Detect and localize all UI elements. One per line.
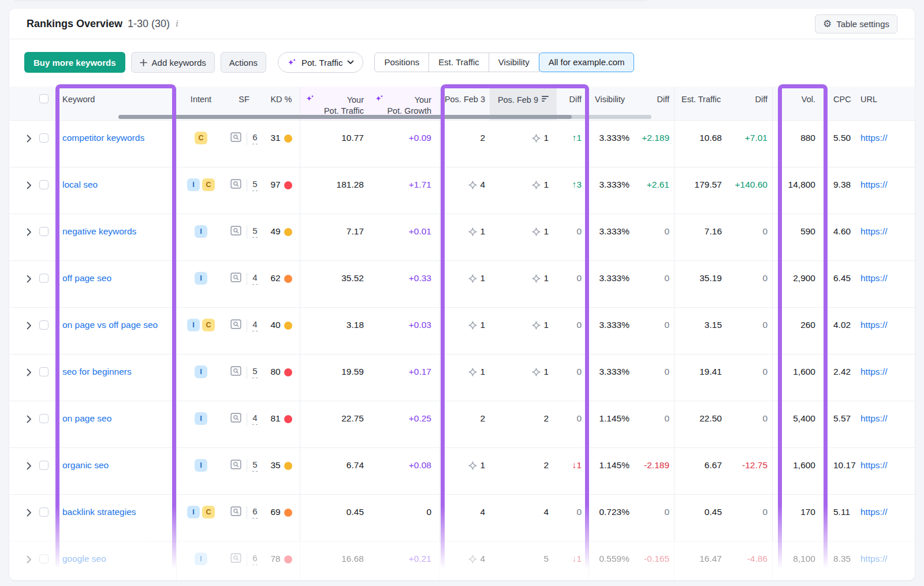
segment-visibility[interactable]: Visibility <box>489 53 539 72</box>
intent-informational-badge[interactable]: I <box>195 272 207 285</box>
keyword-link[interactable]: organic seo <box>62 460 109 471</box>
chevron-right-icon[interactable] <box>27 462 32 470</box>
result-url-link[interactable]: https:// <box>860 180 888 190</box>
row-checkbox[interactable] <box>39 227 49 236</box>
info-icon[interactable]: i <box>176 18 178 29</box>
chevron-right-icon[interactable] <box>27 135 32 143</box>
column-header-est-traffic[interactable]: Est. Traffic <box>675 87 726 120</box>
result-url-link[interactable]: https:// <box>860 320 888 330</box>
row-checkbox[interactable] <box>39 367 49 376</box>
intent-commercial-badge[interactable]: C <box>195 132 207 144</box>
sf-count[interactable]: 6 <box>252 553 257 565</box>
actions-button[interactable]: Actions <box>221 52 266 73</box>
serp-features-icon[interactable] <box>230 460 241 469</box>
sf-count[interactable]: 5 <box>252 460 257 472</box>
serp-features-icon[interactable] <box>230 179 241 189</box>
intent-informational-badge[interactable]: I <box>187 506 200 518</box>
visibility-diff-cell: +2.189 <box>634 121 675 167</box>
sf-count[interactable]: 4 <box>252 319 257 331</box>
scrollbar-thumb[interactable] <box>118 115 572 119</box>
intent-informational-badge[interactable]: I <box>187 178 200 191</box>
result-url-link[interactable]: https:// <box>860 226 888 237</box>
column-header-cpc[interactable]: CPC <box>830 87 856 120</box>
serp-features-icon[interactable] <box>230 506 241 516</box>
result-url-link[interactable]: https:// <box>860 554 888 564</box>
sf-count[interactable]: 5 <box>252 179 257 191</box>
result-url-link[interactable]: https:// <box>860 460 888 471</box>
sf-count[interactable]: 5 <box>252 226 257 238</box>
row-checkbox[interactable] <box>39 274 49 283</box>
chevron-right-icon[interactable] <box>27 368 32 376</box>
sf-count[interactable]: 4 <box>252 413 257 425</box>
chevron-right-icon[interactable] <box>27 555 32 563</box>
chevron-right-icon[interactable] <box>27 181 32 189</box>
result-url-link[interactable]: https:// <box>860 367 888 377</box>
checkbox-cell <box>32 542 55 580</box>
sf-count[interactable]: 6 <box>252 506 257 518</box>
serp-features-icon[interactable] <box>230 413 241 423</box>
serp-features-icon[interactable] <box>230 319 241 329</box>
select-all-checkbox[interactable] <box>39 94 49 103</box>
intent-informational-badge[interactable]: I <box>187 319 200 331</box>
keyword-link[interactable]: google seo <box>62 554 106 564</box>
segment-positions[interactable]: Positions <box>374 53 429 72</box>
column-header-vol[interactable]: Vol. <box>773 87 830 120</box>
result-url-link[interactable]: https:// <box>860 413 888 424</box>
intent-informational-badge[interactable]: I <box>195 412 207 425</box>
intent-commercial-badge[interactable]: C <box>202 506 215 518</box>
keyword-link[interactable]: negative keywords <box>62 226 136 237</box>
gear-icon <box>823 19 832 29</box>
keyword-link[interactable]: local seo <box>62 180 98 190</box>
keyword-link[interactable]: on page vs off page seo <box>62 320 158 330</box>
intent-commercial-badge[interactable]: C <box>202 319 215 331</box>
chevron-right-icon[interactable] <box>27 322 32 330</box>
intent-informational-badge[interactable]: I <box>195 459 207 472</box>
pot-traffic-dropdown[interactable]: Pot. Traffic <box>278 52 363 73</box>
row-checkbox[interactable] <box>39 180 49 189</box>
row-checkbox[interactable] <box>39 320 49 330</box>
pos-feb9-cell: 2 <box>490 401 557 447</box>
est-traffic-cell: 179.57 <box>675 167 726 214</box>
serp-features-icon[interactable] <box>230 132 241 142</box>
pos-feb9-cell: 1 <box>490 308 557 354</box>
sf-count[interactable]: 4 <box>252 273 257 285</box>
row-checkbox[interactable] <box>39 133 49 143</box>
serp-features-icon[interactable] <box>230 366 241 376</box>
serp-features-icon[interactable] <box>230 553 241 563</box>
segment-est-traffic[interactable]: Est. Traffic <box>429 53 489 72</box>
pot-growth-cell: +0.21 <box>370 542 440 580</box>
column-header-diff-est[interactable]: Diff <box>726 87 773 120</box>
intent-informational-badge[interactable]: I <box>195 225 207 238</box>
serp-features-icon[interactable] <box>230 226 241 236</box>
result-url-link[interactable]: https:// <box>860 273 888 283</box>
row-checkbox[interactable] <box>39 507 49 517</box>
serp-features-icon[interactable] <box>230 273 241 282</box>
intent-commercial-badge[interactable]: C <box>202 178 215 191</box>
row-checkbox[interactable] <box>39 554 49 563</box>
keyword-link[interactable]: seo for beginners <box>62 367 132 377</box>
add-keywords-button[interactable]: Add keywords <box>131 52 215 73</box>
horizontal-scrollbar[interactable] <box>118 115 651 119</box>
buy-more-keywords-button[interactable]: Buy more keywords <box>24 52 125 73</box>
result-url-link[interactable]: https:// <box>860 507 888 517</box>
intent-informational-badge[interactable]: I <box>195 365 207 378</box>
est-traffic-cell: 16.47 <box>675 542 726 580</box>
keyword-link[interactable]: backlink strategies <box>62 507 136 517</box>
result-url-link[interactable]: https:// <box>860 133 888 143</box>
chevron-right-icon[interactable] <box>27 415 32 423</box>
keyword-link[interactable]: competitor keywords <box>62 133 144 143</box>
row-checkbox[interactable] <box>39 414 49 423</box>
intent-informational-badge[interactable]: I <box>195 553 207 565</box>
column-header-url[interactable]: URL <box>856 87 915 120</box>
table-settings-button[interactable]: Table settings <box>815 14 897 33</box>
keyword-link[interactable]: on page seo <box>62 413 111 424</box>
kd-value: 31 <box>270 133 280 143</box>
sf-count[interactable]: 6 <box>252 132 257 144</box>
sf-count[interactable]: 5 <box>252 366 257 378</box>
chevron-right-icon[interactable] <box>27 275 32 283</box>
chevron-right-icon[interactable] <box>27 228 32 236</box>
chevron-right-icon[interactable] <box>27 509 32 517</box>
segment-all-for-example[interactable]: All for example.com <box>539 53 635 72</box>
row-checkbox[interactable] <box>39 461 49 470</box>
keyword-link[interactable]: off page seo <box>62 273 111 283</box>
